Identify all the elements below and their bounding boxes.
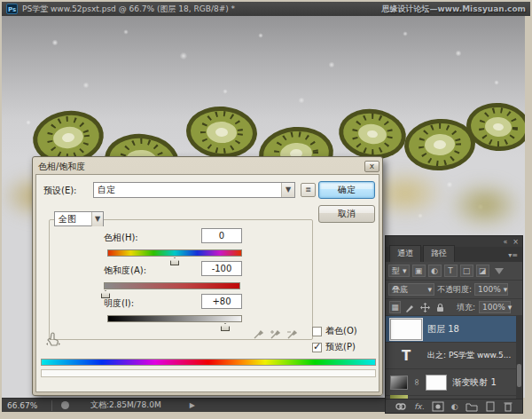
mask-link-icon: ∞ [412,378,422,385]
hue-input[interactable]: 0 [201,228,242,243]
lock-transparency-icon[interactable]: ▦ [389,301,401,313]
panel-bottom-toolbar: fx. ◐ [386,399,522,413]
filter-adjustment-layers-icon[interactable]: ◐ [428,265,442,277]
dialog-titlebar[interactable]: 色相/饱和度 x [35,159,379,174]
document-size-info: 文档:2.85M/78.0M [90,399,161,411]
lock-all-icon[interactable] [434,302,446,313]
photoshop-logo-icon: Ps [6,4,18,14]
layer-row-gradient-map[interactable]: ∞ 渐变映射 1 [386,369,522,396]
tab-channels[interactable]: 通道 [389,245,421,262]
hue-label: 色相(H): [104,232,138,244]
layer-row-layer-18[interactable]: 图层 18 [386,316,522,343]
saturation-label: 饱和度(A): [104,265,146,277]
tab-paths[interactable]: 路径 [423,245,455,262]
preview-label: 预览(P) [325,341,356,353]
photoshop-window: Ps PS学堂 www.52psxt.psd @ 66.7% (图层 18, R… [0,0,532,419]
status-circle-icon [61,401,69,409]
panel-menu-icon[interactable]: ▾≡ [504,251,522,262]
new-group-icon[interactable] [466,401,478,412]
chevron-down-icon: ▾ [504,285,508,294]
opacity-dropdown[interactable]: 100% ▾ [474,283,508,296]
colorize-label: 着色(O) [325,325,357,337]
opacity-value: 100% [478,285,501,294]
preset-dropdown[interactable]: 自定 ▼ [93,182,295,198]
eyedropper-icon[interactable] [253,328,264,340]
fill-value: 100% [482,303,505,312]
eyedropper-group [253,328,299,342]
panel-tab-bar: 通道 路径 ▾≡ [386,247,522,262]
partially-visible-layer-thumbnail [390,395,408,399]
preset-label: 预设(E): [43,185,77,197]
cancel-button[interactable]: 取消 [318,205,375,223]
add-adjustment-layer-icon[interactable]: ◐ [451,402,458,411]
gradient-map-thumbnail[interactable] [390,376,408,390]
watermark-text: 思缘设计论坛—www.Missyuan.com [381,4,526,15]
dialog-close-button[interactable]: x [364,161,379,172]
filter-pixel-layers-icon[interactable]: ▣ [412,265,426,277]
fill-dropdown[interactable]: 100% ▾ [479,301,511,313]
layer-filter-row: 型 ▾ ▣ ◐ T □ ◪ [386,262,522,281]
eyedropper-minus-icon[interactable] [286,328,298,340]
preset-value: 自定 [94,184,281,196]
eyedropper-plus-icon[interactable] [270,328,281,340]
status-bar: 66.67% 文档:2.85M/78.0M ▶ [2,398,385,412]
scrollbar-handle[interactable] [517,364,521,387]
filter-toggle-icon[interactable] [495,268,504,274]
layer-list: 图层 18 T 出之: PS学堂 www.5... ∞ 渐变映射 1 [386,316,522,399]
filter-type-dropdown[interactable]: 型 ▾ [388,265,410,277]
preview-row: 预览(P) [312,341,356,353]
document-title: PS学堂 www.52psxt.psd @ 66.7% (图层 18, RGB/… [22,4,377,15]
layer-name[interactable]: 图层 18 [427,323,459,336]
text-layer-icon: T [390,348,422,364]
add-layer-mask-icon[interactable] [432,401,444,412]
layer-style-icon[interactable]: fx. [414,402,424,411]
blend-mode-value: 叠底 [392,284,425,296]
lock-row: ▦ 填充: 100% ▾ [386,299,522,316]
lightness-slider[interactable] [107,315,242,322]
link-layers-icon[interactable] [395,401,407,412]
fill-label: 填充: [457,302,475,313]
hue-saturation-dialog: 色相/饱和度 x 预设(E): 自定 ▼ ≣ 确定 取消 全图 ▼ 色相(H):… [32,156,383,396]
lightness-input[interactable]: +80 [201,294,242,309]
preview-checkbox[interactable] [312,343,322,352]
filter-smart-objects-icon[interactable]: ◪ [476,265,489,277]
layer-thumbnail[interactable] [390,319,422,340]
blend-mode-row: 叠底 ▾ 不透明度: 100% ▾ [386,281,522,299]
delete-layer-icon[interactable] [503,400,513,412]
chevron-down-icon: ▾ [427,285,432,294]
divider [51,400,52,411]
layer-list-scrollbar[interactable] [516,316,522,399]
opacity-label: 不透明度: [437,284,472,296]
saturation-input[interactable]: -100 [201,261,242,276]
new-layer-icon[interactable] [485,400,496,412]
ok-button[interactable]: 确定 [318,181,375,199]
colorize-row: 着色(O) [312,325,357,337]
collapse-panel-icon[interactable]: « [503,238,507,246]
lightness-label: 明度(I): [104,297,134,310]
filter-shape-layers-icon[interactable]: □ [460,265,473,277]
hue-slider[interactable] [107,249,242,257]
filter-type-layers-icon[interactable]: T [444,265,458,277]
app-titlebar: Ps PS学堂 www.52psxt.psd @ 66.7% (图层 18, R… [2,2,530,16]
targeted-adjustment-tool-icon[interactable] [44,331,62,347]
chevron-down-icon: ▾ [403,266,407,275]
layers-panel: « × 通道 路径 ▾≡ 型 ▾ ▣ ◐ T □ ◪ 叠底 ▾ 不透明度: [385,235,523,414]
preset-options-icon[interactable]: ≣ [301,183,316,197]
layer-name[interactable]: 出之: PS学堂 www.5... [427,350,511,361]
close-panel-icon[interactable]: × [512,238,519,246]
layer-mask-thumbnail[interactable] [426,375,447,391]
layer-row-text[interactable]: T 出之: PS学堂 www.5... [386,343,522,369]
input-spectrum-bar [41,359,376,366]
layer-name[interactable]: 渐变映射 1 [452,376,497,389]
status-options-arrow-icon[interactable]: ▶ [190,401,195,409]
blend-mode-dropdown[interactable]: 叠底 ▾ [388,283,434,296]
zoom-level-field[interactable]: 66.67% [7,401,43,410]
lock-move-icon[interactable] [419,302,431,313]
chevron-down-icon: ▼ [91,212,103,226]
filter-type-label: 型 [392,265,400,277]
colorize-checkbox[interactable] [312,327,322,336]
channel-value: 全图 [55,213,91,225]
channel-dropdown[interactable]: 全图 ▼ [54,211,104,226]
saturation-slider[interactable] [104,282,240,289]
lock-paint-brush-icon[interactable] [404,302,416,313]
